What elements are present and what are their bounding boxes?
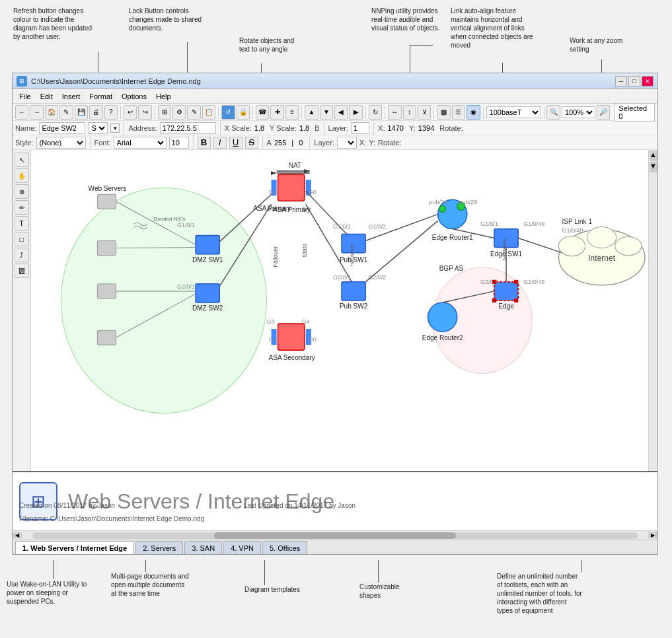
link-draw-tool[interactable]: ⤴ xyxy=(15,248,29,262)
text-tool[interactable]: T xyxy=(15,216,29,230)
copy-button[interactable]: 📋 xyxy=(202,105,215,120)
strikethrough-button[interactable]: S xyxy=(245,137,258,149)
address-input[interactable] xyxy=(160,122,216,134)
tab-offices[interactable]: 5. Offices xyxy=(262,541,307,554)
asa-secondary-icon[interactable] xyxy=(278,324,305,350)
help-button[interactable]: ? xyxy=(104,105,118,120)
pub-sw2-icon[interactable] xyxy=(342,282,365,301)
edge-router2-icon[interactable] xyxy=(428,302,457,332)
callout-nnping: NNPing utility provides real-time audibl… xyxy=(371,7,449,32)
tab-web-servers[interactable]: 1. Web Servers / Internet Edge xyxy=(15,541,134,554)
status-dot-er1 xyxy=(439,205,446,212)
sep3 xyxy=(218,106,219,119)
callout-wol: Use Wake-on-LAN Utility to power on slee… xyxy=(7,580,89,606)
settings-button[interactable]: ⚙ xyxy=(172,105,186,120)
scroll-right-btn[interactable]: ▶ xyxy=(648,532,657,538)
tab-san[interactable]: 3. SAN xyxy=(184,541,222,554)
image-tool[interactable]: 🖼 xyxy=(15,264,29,278)
network-diagram-svg: NAT G1 G0 G3 G4 ASA Primary ASA Primary … xyxy=(31,150,648,471)
edge-router2-label: Edge Router2 xyxy=(422,334,463,341)
link-speed-dropdown[interactable]: 100baseT xyxy=(486,106,541,118)
zoom-in-button[interactable]: 🔍 xyxy=(546,105,560,120)
grid-button[interactable]: ⊞ xyxy=(158,105,171,120)
address-label: Address: xyxy=(128,124,157,132)
cloud-bump3 xyxy=(615,237,642,256)
net-button[interactable]: ☎ xyxy=(256,105,269,120)
state-label: State xyxy=(301,244,308,258)
edit2-button[interactable]: ✎ xyxy=(187,105,200,120)
tab-vpn[interactable]: 4. VPN xyxy=(223,541,261,554)
right-button[interactable]: ▶ xyxy=(349,105,362,120)
refresh-button[interactable]: ↺ xyxy=(221,105,235,120)
name-label: Name: xyxy=(15,124,36,132)
callout-autoalign: Link auto-align feature maintains horizo… xyxy=(451,7,537,50)
scroll-left-btn[interactable]: ◀ xyxy=(13,532,22,538)
sel-handle-tl xyxy=(492,280,496,284)
link-button[interactable]: ✚ xyxy=(270,105,283,120)
up-button[interactable]: ▲ xyxy=(305,105,318,120)
back-button[interactable]: ← xyxy=(15,105,28,120)
undo-button[interactable]: ↩ xyxy=(124,105,137,120)
name-input[interactable] xyxy=(39,122,85,134)
shape-tool[interactable]: □ xyxy=(15,232,29,246)
menu-help[interactable]: Help xyxy=(152,91,175,102)
dmz-sw2-icon[interactable] xyxy=(196,284,219,302)
lock-button[interactable]: 🔒 xyxy=(237,105,250,120)
dmz-sw1-port-label: G1/0/1 xyxy=(177,222,195,229)
menu-format[interactable]: Format xyxy=(85,91,116,102)
type-arrow[interactable]: ▾ xyxy=(110,124,120,133)
right-scrollbar[interactable]: ▲ ▼ xyxy=(648,150,657,471)
italic-button[interactable]: I xyxy=(213,137,227,149)
distribute-button[interactable]: ⊻ xyxy=(418,105,431,120)
font-dropdown[interactable]: Arial xyxy=(114,137,167,149)
list-button[interactable]: ☰ xyxy=(452,105,465,120)
table-button[interactable]: ≡ xyxy=(285,105,299,120)
select-tool[interactable]: ↖ xyxy=(15,153,29,167)
layer-input[interactable] xyxy=(351,122,369,134)
valign-button[interactable]: ↕ xyxy=(403,105,416,120)
created-info: Created on 08/11/2017 by Jason xyxy=(19,502,115,509)
menu-insert[interactable]: Insert xyxy=(58,91,85,102)
nnping-button[interactable]: ◉ xyxy=(467,105,480,120)
y-label2: Y: xyxy=(369,139,375,147)
save-button[interactable]: 💾 xyxy=(75,105,88,120)
scroll-down-btn[interactable]: ▼ xyxy=(650,162,657,172)
dmz-sw1-icon[interactable] xyxy=(196,236,219,254)
menu-bar: File Edit Insert Format Options Help xyxy=(13,89,657,104)
new-button[interactable]: ✎ xyxy=(59,105,73,120)
zoom-tool[interactable]: ⊕ xyxy=(15,184,29,199)
zoom-out-button[interactable]: 🔎 xyxy=(597,105,610,120)
rotate-button[interactable]: ↻ xyxy=(369,105,382,120)
updated-info: Last Updated on 14/11/2017 by Jason xyxy=(244,502,355,509)
scroll-up-btn[interactable]: ▲ xyxy=(650,151,657,161)
callout-templates: Diagram templates xyxy=(244,585,304,594)
menu-options[interactable]: Options xyxy=(118,91,151,102)
menu-file[interactable]: File xyxy=(15,91,35,102)
redo-button[interactable]: ↪ xyxy=(138,105,151,120)
menu-edit[interactable]: Edit xyxy=(36,91,57,102)
align-button[interactable]: ↔ xyxy=(388,105,401,120)
draw-tool[interactable]: ✏ xyxy=(15,200,29,215)
bottom-scrollbar[interactable]: ◀ ▶ xyxy=(13,530,657,540)
pan-tool[interactable]: ✋ xyxy=(15,168,29,183)
type-dropdown[interactable]: S xyxy=(88,122,108,134)
bold-button[interactable]: B xyxy=(198,137,211,149)
x-value: 1470 xyxy=(388,124,404,132)
forward-button[interactable]: → xyxy=(30,105,43,120)
layer-dropdown2[interactable] xyxy=(337,137,357,149)
style-dropdown[interactable]: (None) xyxy=(36,137,86,149)
tab-servers[interactable]: 2. Servers xyxy=(135,541,183,554)
asa-primary-icon[interactable] xyxy=(278,174,305,201)
underline-button[interactable]: U xyxy=(229,137,243,149)
zoom-dropdown[interactable]: 100% xyxy=(562,106,595,118)
down-button[interactable]: ▼ xyxy=(320,105,333,120)
font-size-input[interactable] xyxy=(169,137,189,149)
left-button[interactable]: ◀ xyxy=(334,105,348,120)
print-button[interactable]: 🖨 xyxy=(89,105,102,120)
minimize-button[interactable]: ─ xyxy=(615,76,627,87)
pattern-button[interactable]: ▩ xyxy=(437,105,450,120)
close-button[interactable]: ✕ xyxy=(642,76,653,87)
maximize-button[interactable]: □ xyxy=(628,76,640,87)
home-button[interactable]: 🏠 xyxy=(45,105,58,120)
callout-toolsets: Define an unlimited number of toolsets, … xyxy=(497,572,583,615)
